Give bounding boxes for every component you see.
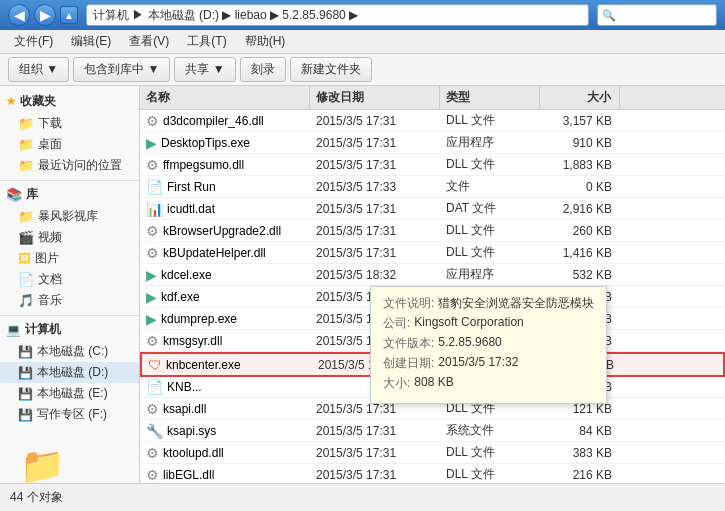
new-folder-button[interactable]: 新建文件夹 <box>290 57 372 82</box>
sidebar-item-desktop[interactable]: 📁 桌面 <box>0 134 139 155</box>
tooltip-size-label: 大小: <box>383 375 410 392</box>
menu-help[interactable]: 帮助(H) <box>237 31 294 52</box>
file-name-cell: ⚙ ffmpegsumo.dll <box>140 155 310 175</box>
organize-label: 组织 ▼ <box>19 61 58 78</box>
sidebar-docs-label: 文档 <box>38 271 62 288</box>
file-name: kdumprep.exe <box>161 312 237 326</box>
sidebar-item-video[interactable]: 🎬 视频 <box>0 227 139 248</box>
sidebar-item-e[interactable]: 💾 本地磁盘 (E:) <box>0 383 139 404</box>
menu-view[interactable]: 查看(V) <box>121 31 177 52</box>
table-row[interactable]: 🔧 ksapi.sys 2015/3/5 17:31 系统文件 84 KB <box>140 420 725 442</box>
file-type: 应用程序 <box>440 132 540 153</box>
table-row[interactable]: 📄 First Run 2015/3/5 17:33 文件 0 KB <box>140 176 725 198</box>
back-button[interactable]: ◀ <box>8 4 30 26</box>
menu-edit[interactable]: 编辑(E) <box>63 31 119 52</box>
sidebar-item-recent[interactable]: 📁 最近访问的位置 <box>0 155 139 176</box>
burn-button[interactable]: 刻录 <box>240 57 286 82</box>
status-text: 44 个对象 <box>10 489 63 506</box>
file-name: kBUpdateHelper.dll <box>163 246 266 260</box>
computer-header[interactable]: 💻 计算机 <box>0 318 139 341</box>
file-date: 2015/3/5 17:33 <box>310 178 440 196</box>
sidebar-f-label: 写作专区 (F:) <box>37 406 107 423</box>
sidebar-item-music[interactable]: 🎵 音乐 <box>0 290 139 311</box>
file-name-cell: 🔧 ksapi.sys <box>140 421 310 441</box>
sidebar-recent-label: 最近访问的位置 <box>38 157 122 174</box>
file-name-cell: ⚙ ktoolupd.dll <box>140 443 310 463</box>
header-size[interactable]: 大小 <box>540 86 620 109</box>
file-name: DesktopTips.exe <box>161 136 250 150</box>
search-box[interactable]: 🔍 <box>597 4 717 26</box>
sidebar-item-c[interactable]: 💾 本地磁盘 (C:) <box>0 341 139 362</box>
file-name-cell: ⚙ kBrowserUpgrade2.dll <box>140 221 310 241</box>
sidebar-item-docs[interactable]: 📄 文档 <box>0 269 139 290</box>
file-name-cell: 📄 KNB... <box>140 377 310 397</box>
table-row[interactable]: ⚙ kBUpdateHelper.dll 2015/3/5 17:31 DLL … <box>140 242 725 264</box>
sidebar: ★ 收藏夹 📁 下载 📁 桌面 📁 最近访问的位置 📚 库 <box>0 86 140 483</box>
file-size: 383 KB <box>540 444 620 462</box>
exe-icon: ▶ <box>146 267 157 283</box>
favorites-header[interactable]: ★ 收藏夹 <box>0 90 139 113</box>
sidebar-item-f[interactable]: 💾 写作专区 (F:) <box>0 404 139 425</box>
menu-tools[interactable]: 工具(T) <box>179 31 234 52</box>
file-name: ktoolupd.dll <box>163 446 224 460</box>
include-label: 包含到库中 ▼ <box>84 61 159 78</box>
table-row[interactable]: ⚙ kBrowserUpgrade2.dll 2015/3/5 17:31 DL… <box>140 220 725 242</box>
share-button[interactable]: 共享 ▼ <box>174 57 235 82</box>
library-header[interactable]: 📚 库 <box>0 183 139 206</box>
up-button[interactable]: ▲ <box>60 6 78 24</box>
file-name-cell: 📊 icudtl.dat <box>140 199 310 219</box>
drive-icon: 💾 <box>18 345 33 359</box>
dll-icon: ⚙ <box>146 113 159 129</box>
tooltip-size-value: 808 KB <box>414 375 453 392</box>
sidebar-item-pictures[interactable]: 🖼 图片 <box>0 248 139 269</box>
sidebar-item-d[interactable]: 💾 本地磁盘 (D:) <box>0 362 139 383</box>
folder-icon: 🖼 <box>18 251 31 266</box>
menu-bar: 文件(F) 编辑(E) 查看(V) 工具(T) 帮助(H) <box>0 30 725 54</box>
table-row[interactable]: ▶ DesktopTips.exe 2015/3/5 17:31 应用程序 91… <box>140 132 725 154</box>
table-row[interactable]: 📊 icudtl.dat 2015/3/5 17:31 DAT 文件 2,916… <box>140 198 725 220</box>
table-row[interactable]: ⚙ d3dcompiler_46.dll 2015/3/5 17:31 DLL … <box>140 110 725 132</box>
sidebar-item-storm[interactable]: 📁 暴风影视库 <box>0 206 139 227</box>
tooltip-company-label: 公司: <box>383 315 410 332</box>
file-name: icudtl.dat <box>167 202 215 216</box>
breadcrumb[interactable]: 计算机 ▶ 本地磁盘 (D:) ▶ liebao ▶ 5.2.85.9680 ▶ <box>86 4 589 26</box>
include-library-button[interactable]: 包含到库中 ▼ <box>73 57 170 82</box>
header-date[interactable]: 修改日期 <box>310 86 440 109</box>
file-type: 应用程序 <box>440 264 540 285</box>
file-name-cell: ⚙ kBUpdateHelper.dll <box>140 243 310 263</box>
dll-icon: ⚙ <box>146 333 159 349</box>
toolbar: 组织 ▼ 包含到库中 ▼ 共享 ▼ 刻录 新建文件夹 <box>0 54 725 86</box>
file-date: 2015/3/5 17:31 <box>310 222 440 240</box>
library-section: 📚 库 📁 暴风影视库 🎬 视频 🖼 图片 📄 文档 🎵 音乐 <box>0 183 139 311</box>
folder-icon: 📄 <box>18 272 34 287</box>
sidebar-item-download[interactable]: 📁 下载 <box>0 113 139 134</box>
forward-button[interactable]: ▶ <box>34 4 56 26</box>
file-type: DLL 文件 <box>440 110 540 131</box>
file-date: 2015/3/5 17:31 <box>310 444 440 462</box>
menu-file[interactable]: 文件(F) <box>6 31 61 52</box>
drive-icon: 💾 <box>18 387 33 401</box>
tooltip-created-value: 2015/3/5 17:32 <box>438 355 518 372</box>
header-name[interactable]: 名称 <box>140 86 310 109</box>
file-type: DLL 文件 <box>440 154 540 175</box>
file-name-cell: ⚙ libEGL.dll <box>140 465 310 484</box>
table-row[interactable]: ⚙ libEGL.dll 2015/3/5 17:31 DLL 文件 216 K… <box>140 464 725 483</box>
dll-icon: ⚙ <box>146 467 159 483</box>
table-row[interactable]: ⚙ ktoolupd.dll 2015/3/5 17:31 DLL 文件 383… <box>140 442 725 464</box>
table-row[interactable]: ⚙ ffmpegsumo.dll 2015/3/5 17:31 DLL 文件 1… <box>140 154 725 176</box>
sys-icon: 🔧 <box>146 423 163 439</box>
file-date: 2015/3/5 17:31 <box>310 134 440 152</box>
folder-icon: 📁 <box>18 137 34 152</box>
file-name: libEGL.dll <box>163 468 214 482</box>
organize-button[interactable]: 组织 ▼ <box>8 57 69 82</box>
file-name: kdf.exe <box>161 290 200 304</box>
header-type[interactable]: 类型 <box>440 86 540 109</box>
sidebar-download-label: 下载 <box>38 115 62 132</box>
file-name: d3dcompiler_46.dll <box>163 114 264 128</box>
exe-icon: ▶ <box>146 311 157 327</box>
file-name-cell: 📄 First Run <box>140 177 310 197</box>
drive-icon: 💾 <box>18 366 33 380</box>
file-type: DLL 文件 <box>440 464 540 483</box>
search-icon: 🔍 <box>602 9 616 22</box>
table-row[interactable]: ▶ kdcel.exe 2015/3/5 18:32 应用程序 532 KB <box>140 264 725 286</box>
